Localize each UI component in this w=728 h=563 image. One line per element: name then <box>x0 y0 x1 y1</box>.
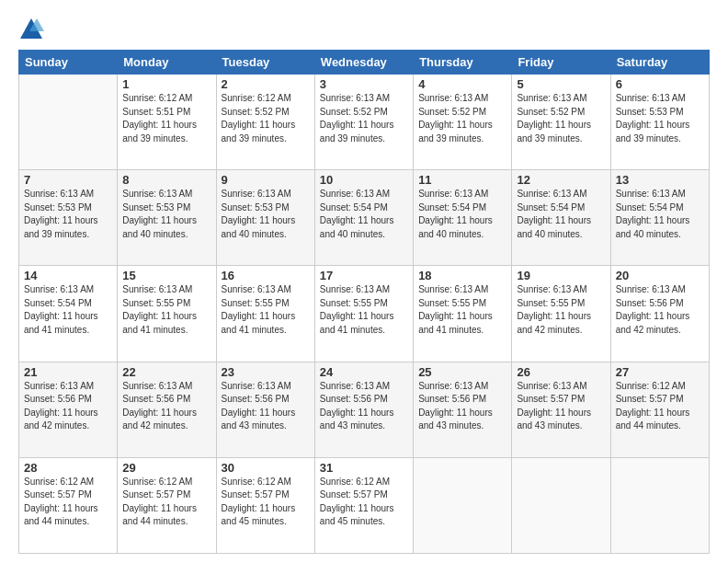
day-info: Sunrise: 6:13 AM Sunset: 5:55 PM Dayligh… <box>418 283 506 337</box>
day-number: 21 <box>24 365 112 379</box>
day-number: 16 <box>222 269 310 282</box>
week-row-3: 14Sunrise: 6:13 AM Sunset: 5:54 PM Dayli… <box>19 266 710 362</box>
day-number: 22 <box>122 365 210 379</box>
calendar-cell: 31Sunrise: 6:12 AM Sunset: 5:57 PM Dayli… <box>314 457 413 553</box>
calendar-cell: 15Sunrise: 6:13 AM Sunset: 5:55 PM Dayli… <box>118 266 216 362</box>
day-info: Sunrise: 6:13 AM Sunset: 5:54 PM Dayligh… <box>418 188 506 241</box>
calendar-cell: 20Sunrise: 6:13 AM Sunset: 5:56 PM Dayli… <box>610 266 709 362</box>
day-info: Sunrise: 6:13 AM Sunset: 5:56 PM Dayligh… <box>320 380 408 433</box>
header-cell-thursday: Thursday <box>414 51 512 75</box>
day-info: Sunrise: 6:13 AM Sunset: 5:54 PM Dayligh… <box>320 188 408 241</box>
day-info: Sunrise: 6:12 AM Sunset: 5:57 PM Dayligh… <box>24 476 112 529</box>
day-info: Sunrise: 6:13 AM Sunset: 5:55 PM Dayligh… <box>222 283 310 337</box>
calendar-cell: 10Sunrise: 6:13 AM Sunset: 5:54 PM Dayli… <box>314 170 413 266</box>
day-info: Sunrise: 6:12 AM Sunset: 5:57 PM Dayligh… <box>122 476 210 529</box>
day-number: 25 <box>418 365 506 379</box>
day-info: Sunrise: 6:13 AM Sunset: 5:54 PM Dayligh… <box>517 188 605 241</box>
header <box>18 17 710 42</box>
page: SundayMondayTuesdayWednesdayThursdayFrid… <box>0 0 728 563</box>
day-number: 28 <box>24 461 112 475</box>
calendar-cell <box>414 457 512 553</box>
calendar-cell: 30Sunrise: 6:12 AM Sunset: 5:57 PM Dayli… <box>216 457 314 553</box>
week-row-1: 1Sunrise: 6:12 AM Sunset: 5:51 PM Daylig… <box>19 75 710 170</box>
calendar-cell: 26Sunrise: 6:13 AM Sunset: 5:57 PM Dayli… <box>512 362 610 457</box>
day-number: 26 <box>517 365 605 379</box>
calendar-cell: 12Sunrise: 6:13 AM Sunset: 5:54 PM Dayli… <box>512 170 610 266</box>
calendar-cell: 2Sunrise: 6:12 AM Sunset: 5:52 PM Daylig… <box>216 75 314 170</box>
day-info: Sunrise: 6:13 AM Sunset: 5:52 PM Dayligh… <box>320 92 408 145</box>
day-number: 18 <box>418 269 506 282</box>
day-info: Sunrise: 6:13 AM Sunset: 5:55 PM Dayligh… <box>320 283 408 337</box>
day-number: 9 <box>222 173 310 187</box>
day-info: Sunrise: 6:13 AM Sunset: 5:54 PM Dayligh… <box>24 283 112 337</box>
day-info: Sunrise: 6:12 AM Sunset: 5:57 PM Dayligh… <box>222 476 310 529</box>
logo-icon <box>18 17 44 42</box>
calendar-table: SundayMondayTuesdayWednesdayThursdayFrid… <box>18 50 710 554</box>
week-row-5: 28Sunrise: 6:12 AM Sunset: 5:57 PM Dayli… <box>19 457 710 553</box>
header-cell-friday: Friday <box>512 51 610 75</box>
day-info: Sunrise: 6:12 AM Sunset: 5:57 PM Dayligh… <box>616 380 704 433</box>
day-number: 17 <box>320 269 408 282</box>
day-number: 19 <box>517 269 605 282</box>
calendar-cell: 1Sunrise: 6:12 AM Sunset: 5:51 PM Daylig… <box>118 75 216 170</box>
calendar-cell: 29Sunrise: 6:12 AM Sunset: 5:57 PM Dayli… <box>118 457 216 553</box>
day-number: 20 <box>616 269 704 282</box>
header-cell-saturday: Saturday <box>610 51 709 75</box>
header-cell-sunday: Sunday <box>19 51 118 75</box>
day-info: Sunrise: 6:13 AM Sunset: 5:53 PM Dayligh… <box>24 188 112 241</box>
calendar-cell: 28Sunrise: 6:12 AM Sunset: 5:57 PM Dayli… <box>19 457 118 553</box>
logo <box>18 17 48 42</box>
calendar-cell: 3Sunrise: 6:13 AM Sunset: 5:52 PM Daylig… <box>314 75 413 170</box>
day-info: Sunrise: 6:13 AM Sunset: 5:56 PM Dayligh… <box>616 283 704 337</box>
calendar-cell: 8Sunrise: 6:13 AM Sunset: 5:53 PM Daylig… <box>118 170 216 266</box>
day-number: 31 <box>320 461 408 475</box>
day-number: 12 <box>517 173 605 187</box>
day-info: Sunrise: 6:13 AM Sunset: 5:56 PM Dayligh… <box>418 380 506 433</box>
day-info: Sunrise: 6:13 AM Sunset: 5:53 PM Dayligh… <box>616 92 704 145</box>
day-number: 29 <box>122 461 210 475</box>
day-number: 6 <box>616 77 704 91</box>
day-info: Sunrise: 6:12 AM Sunset: 5:52 PM Dayligh… <box>222 92 310 145</box>
day-number: 23 <box>222 365 310 379</box>
day-info: Sunrise: 6:12 AM Sunset: 5:51 PM Dayligh… <box>122 92 210 145</box>
calendar-cell: 5Sunrise: 6:13 AM Sunset: 5:52 PM Daylig… <box>512 75 610 170</box>
calendar-cell <box>19 75 118 170</box>
day-number: 8 <box>122 173 210 187</box>
day-number: 27 <box>616 365 704 379</box>
day-number: 5 <box>517 77 605 91</box>
day-info: Sunrise: 6:13 AM Sunset: 5:53 PM Dayligh… <box>122 188 210 241</box>
week-row-2: 7Sunrise: 6:13 AM Sunset: 5:53 PM Daylig… <box>19 170 710 266</box>
calendar-cell: 14Sunrise: 6:13 AM Sunset: 5:54 PM Dayli… <box>19 266 118 362</box>
calendar-cell: 4Sunrise: 6:13 AM Sunset: 5:52 PM Daylig… <box>414 75 512 170</box>
day-info: Sunrise: 6:13 AM Sunset: 5:55 PM Dayligh… <box>517 283 605 337</box>
day-info: Sunrise: 6:12 AM Sunset: 5:57 PM Dayligh… <box>320 476 408 529</box>
day-number: 30 <box>222 461 310 475</box>
calendar-cell: 22Sunrise: 6:13 AM Sunset: 5:56 PM Dayli… <box>118 362 216 457</box>
day-info: Sunrise: 6:13 AM Sunset: 5:55 PM Dayligh… <box>122 283 210 337</box>
calendar-cell: 18Sunrise: 6:13 AM Sunset: 5:55 PM Dayli… <box>414 266 512 362</box>
header-cell-monday: Monday <box>118 51 216 75</box>
day-number: 24 <box>320 365 408 379</box>
calendar-cell: 17Sunrise: 6:13 AM Sunset: 5:55 PM Dayli… <box>314 266 413 362</box>
calendar-cell: 27Sunrise: 6:12 AM Sunset: 5:57 PM Dayli… <box>610 362 709 457</box>
day-number: 7 <box>24 173 112 187</box>
calendar-cell: 11Sunrise: 6:13 AM Sunset: 5:54 PM Dayli… <box>414 170 512 266</box>
day-info: Sunrise: 6:13 AM Sunset: 5:52 PM Dayligh… <box>517 92 605 145</box>
day-info: Sunrise: 6:13 AM Sunset: 5:57 PM Dayligh… <box>517 380 605 433</box>
week-row-4: 21Sunrise: 6:13 AM Sunset: 5:56 PM Dayli… <box>19 362 710 457</box>
calendar-cell: 21Sunrise: 6:13 AM Sunset: 5:56 PM Dayli… <box>19 362 118 457</box>
header-cell-wednesday: Wednesday <box>314 51 413 75</box>
day-number: 15 <box>122 269 210 282</box>
calendar-cell: 13Sunrise: 6:13 AM Sunset: 5:54 PM Dayli… <box>610 170 709 266</box>
day-number: 13 <box>616 173 704 187</box>
calendar-cell: 19Sunrise: 6:13 AM Sunset: 5:55 PM Dayli… <box>512 266 610 362</box>
calendar-cell: 6Sunrise: 6:13 AM Sunset: 5:53 PM Daylig… <box>610 75 709 170</box>
calendar-cell: 24Sunrise: 6:13 AM Sunset: 5:56 PM Dayli… <box>314 362 413 457</box>
calendar-cell: 7Sunrise: 6:13 AM Sunset: 5:53 PM Daylig… <box>19 170 118 266</box>
day-info: Sunrise: 6:13 AM Sunset: 5:56 PM Dayligh… <box>122 380 210 433</box>
day-number: 2 <box>222 77 310 91</box>
day-info: Sunrise: 6:13 AM Sunset: 5:54 PM Dayligh… <box>616 188 704 241</box>
day-number: 10 <box>320 173 408 187</box>
calendar-cell <box>610 457 709 553</box>
calendar-cell: 9Sunrise: 6:13 AM Sunset: 5:53 PM Daylig… <box>216 170 314 266</box>
